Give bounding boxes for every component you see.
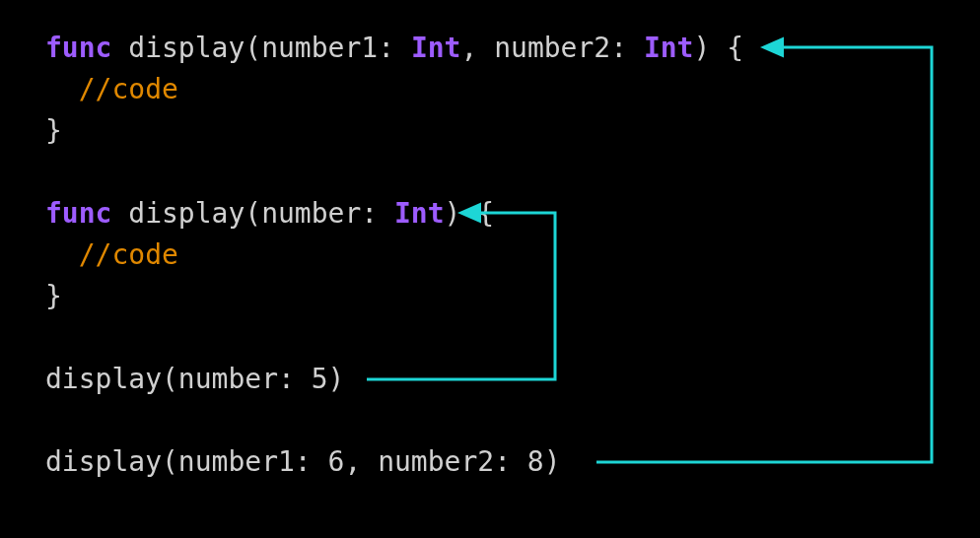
code-text: display(number: bbox=[111, 197, 394, 230]
code-line-7: } bbox=[45, 276, 743, 317]
code-line-3: } bbox=[45, 110, 743, 152]
type-int: Int bbox=[394, 197, 445, 230]
brace: } bbox=[45, 280, 62, 312]
code-text: ) { bbox=[445, 197, 495, 230]
code-line-9: display(number: 5) bbox=[45, 359, 743, 400]
code-text: display(number1: bbox=[111, 32, 410, 64]
comment: //code bbox=[45, 238, 178, 271]
function-call: display(number: 5) bbox=[45, 363, 344, 395]
keyword-func: func bbox=[45, 32, 111, 64]
type-int: Int bbox=[644, 32, 694, 64]
code-line-blank bbox=[45, 152, 743, 193]
type-int: Int bbox=[411, 32, 461, 64]
brace: } bbox=[45, 114, 62, 147]
code-line-blank bbox=[45, 317, 743, 359]
keyword-func: func bbox=[45, 197, 111, 230]
comment: //code bbox=[45, 73, 178, 105]
code-block: func display(number1: Int, number2: Int)… bbox=[45, 28, 743, 483]
code-line-11: display(number1: 6, number2: 8) bbox=[45, 441, 743, 483]
code-line-2: //code bbox=[45, 69, 743, 110]
code-text: ) { bbox=[693, 32, 743, 64]
code-line-1: func display(number1: Int, number2: Int)… bbox=[45, 28, 743, 69]
code-line-6: //code bbox=[45, 235, 743, 276]
function-call: display(number1: 6, number2: 8) bbox=[45, 445, 561, 478]
code-line-blank bbox=[45, 400, 743, 441]
code-line-5: func display(number: Int) { bbox=[45, 193, 743, 235]
code-text: , number2: bbox=[460, 32, 643, 64]
